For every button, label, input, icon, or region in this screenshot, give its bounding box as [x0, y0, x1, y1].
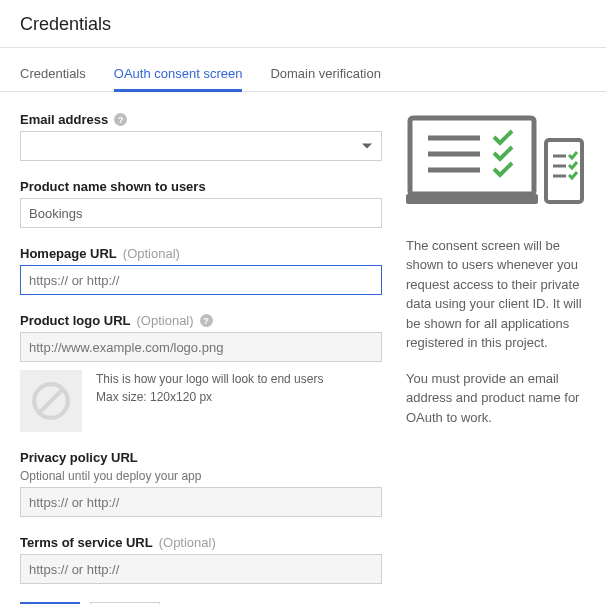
tab-domain-verification[interactable]: Domain verification — [270, 66, 381, 91]
email-select[interactable] — [20, 131, 382, 161]
optional-text: (Optional) — [137, 313, 194, 328]
logo-url-label: Product logo URL — [20, 313, 131, 328]
privacy-url-sublabel: Optional until you deploy your app — [20, 469, 382, 483]
privacy-url-input[interactable] — [20, 487, 382, 517]
tos-url-group: Terms of service URL (Optional) — [20, 535, 382, 584]
logo-preview-text: This is how your logo will look to end u… — [96, 370, 323, 406]
homepage-url-group: Homepage URL (Optional) — [20, 246, 382, 295]
logo-placeholder-icon — [20, 370, 82, 432]
email-label: Email address — [20, 112, 108, 127]
tab-credentials[interactable]: Credentials — [20, 66, 86, 91]
privacy-url-label: Privacy policy URL — [20, 450, 138, 465]
tos-url-input[interactable] — [20, 554, 382, 584]
logo-preview-line1: This is how your logo will look to end u… — [96, 370, 323, 388]
privacy-url-group: Privacy policy URL Optional until you de… — [20, 450, 382, 517]
side-paragraph-1: The consent screen will be shown to user… — [406, 236, 586, 353]
consent-illustration — [406, 112, 586, 218]
tos-url-label: Terms of service URL — [20, 535, 153, 550]
svg-rect-3 — [406, 194, 538, 204]
product-name-label: Product name shown to users — [20, 179, 206, 194]
svg-line-1 — [39, 389, 62, 412]
email-field-group: Email address ? — [20, 112, 382, 161]
page-title: Credentials — [0, 0, 606, 48]
svg-rect-7 — [546, 140, 582, 202]
logo-preview-line2: Max size: 120x120 px — [96, 388, 323, 406]
help-icon[interactable]: ? — [114, 113, 127, 126]
side-paragraph-2: You must provide an email address and pr… — [406, 369, 586, 428]
homepage-url-input[interactable] — [20, 265, 382, 295]
tabs: Credentials OAuth consent screen Domain … — [0, 48, 606, 92]
optional-text: (Optional) — [123, 246, 180, 261]
optional-text: (Optional) — [159, 535, 216, 550]
logo-url-group: Product logo URL (Optional) ? This is ho… — [20, 313, 382, 432]
product-name-group: Product name shown to users — [20, 179, 382, 228]
logo-url-input[interactable] — [20, 332, 382, 362]
product-name-input[interactable] — [20, 198, 382, 228]
tab-oauth-consent[interactable]: OAuth consent screen — [114, 66, 243, 91]
homepage-url-label: Homepage URL — [20, 246, 117, 261]
help-icon[interactable]: ? — [200, 314, 213, 327]
